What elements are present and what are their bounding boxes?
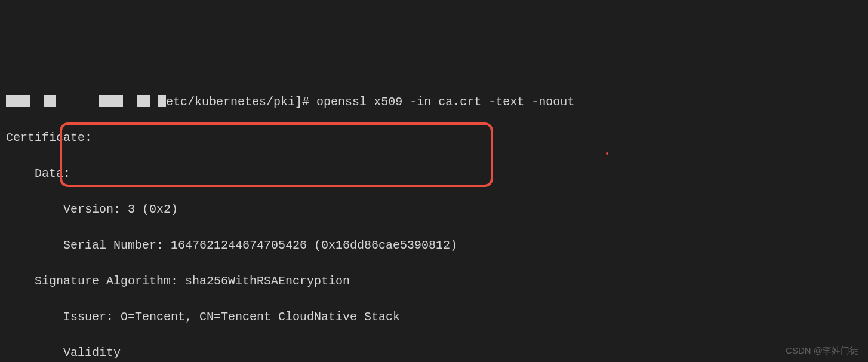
redacted-block [158,95,166,107]
redacted-block [44,95,56,107]
redacted-block [137,95,150,107]
watermark-text: CSDN @李姓门徒 [786,344,858,358]
output-line: Issuer: O=Tencent, CN=Tencent CloudNativ… [6,308,862,326]
prompt-line: etc/kubernetes/pki]# openssl x509 -in ca… [6,93,862,111]
output-line: Data: [6,165,862,183]
prompt-path: etc/kubernetes/pki]# [166,95,316,109]
output-line: Serial Number: 1647621244674705426 (0x16… [6,237,862,254]
output-line: Validity [6,344,862,362]
red-dot-annotation [606,152,608,155]
redacted-block [6,95,30,107]
output-line: Certificate: [6,129,862,147]
terminal-output[interactable]: etc/kubernetes/pki]# openssl x509 -in ca… [6,75,862,362]
output-line: Signature Algorithm: sha256WithRSAEncryp… [6,272,862,290]
output-line: Version: 3 (0x2) [6,201,862,219]
command-text: openssl x509 -in ca.crt -text -noout [316,95,574,109]
redacted-block [99,95,123,107]
